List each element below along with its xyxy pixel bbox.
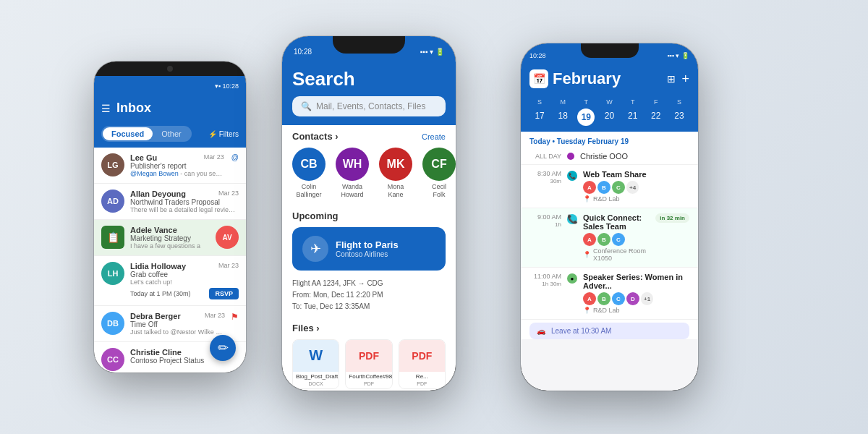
email-item-lidia[interactable]: LH Lidia Holloway Mar 23 Grab coffee Let… <box>94 256 246 306</box>
quick-connect-header: Quick Connect: Sales Team <box>583 213 650 231</box>
extra-attendees-web: +4 <box>626 181 639 194</box>
email-item-lee-gu[interactable]: LG Lee Gu Mar 23 Publisher's report @Meg… <box>94 148 246 184</box>
day-fri: F <box>644 98 668 106</box>
search-header: Search 🔍 Mail, Events, Contacts, Files <box>282 62 456 125</box>
status-icons-right: ▪▪▪ ▾ 🔋 <box>667 52 689 59</box>
preview-lee-gu: @Megan Bowen - can you send me the lates… <box>130 170 224 177</box>
event-web-team[interactable]: 8:30 AM30m 📞 Web Team Share A B C +4 📍R&… <box>521 165 698 208</box>
search-placeholder-text: Mail, Events, Contacts, Files <box>316 101 425 111</box>
email-item-allan[interactable]: AD Allan Deyoung Mar 23 Northwind Trader… <box>94 184 246 220</box>
date-allan: Mar 23 <box>218 190 239 197</box>
date-19-today[interactable]: 19 <box>577 109 595 126</box>
email-content-adele: Adele Vance Marketing Strategy I have a … <box>130 226 210 250</box>
preview-allan: There will be a detailed legal review of… <box>130 206 239 213</box>
subject-debra: Time Off <box>130 320 225 328</box>
phone-right: 10:28 ▪▪▪ ▾ 🔋 📅 February ⊞ + S M T W T F <box>521 43 698 391</box>
calendar-header: 📅 February ⊞ + <box>521 65 698 95</box>
contact-wanda[interactable]: WH WandaHoward <box>336 148 369 199</box>
in-32-badge: in 32 min <box>655 213 689 223</box>
menu-icon[interactable]: ☰ <box>101 103 111 114</box>
contacts-row: CB ColinBallinger WH WandaHoward MK Mona… <box>282 145 456 205</box>
other-tab[interactable]: Other <box>153 127 190 140</box>
search-title: Search <box>292 68 446 90</box>
files-title: Files › <box>292 323 320 333</box>
calendar-grid: S M T W T F S 17 18 19 20 21 22 23 <box>521 95 698 132</box>
flight-details: Flight AA 1234, JFK → CDG From: Mon, Dec… <box>282 273 456 317</box>
event-speaker-series[interactable]: 11:00 AM1h 30m ● Speaker Series: Women i… <box>521 268 698 320</box>
event-row: Today at 1 PM (30m) RSVP <box>130 288 239 299</box>
days-header: S M T W T F S <box>528 98 691 106</box>
flight-card[interactable]: ✈ Flight to Paris Contoso Airlines <box>292 227 446 271</box>
create-action[interactable]: Create <box>422 132 446 141</box>
contact-mona[interactable]: MK MonaKane <box>379 148 412 199</box>
focused-tab[interactable]: Focused <box>103 127 153 140</box>
file-name-blog: Blog_Post_Draft <box>293 372 339 381</box>
flag-icon: ⚑ <box>231 312 239 336</box>
today-header: Today • Tuesday February 19 <box>521 132 698 148</box>
upcoming-section-header: Upcoming <box>282 205 456 224</box>
calendar-icon: 📅 <box>529 69 548 88</box>
date-17[interactable]: 17 <box>528 109 551 126</box>
file-fourthcoffee[interactable]: PDF FourthCoffee#987 PDF <box>345 339 392 389</box>
avatar-mona: MK <box>379 148 412 181</box>
name-wanda: WandaHoward <box>341 183 363 199</box>
email-content-allan: Allan Deyoung Mar 23 Northwind Traders P… <box>130 190 239 213</box>
avatar-cecil: CF <box>422 148 456 181</box>
inbox-title: Inbox <box>116 101 239 116</box>
status-icons-center: ▪▪▪ ▾ 🔋 <box>420 48 444 56</box>
event-icon-adele: 📋 <box>101 226 124 249</box>
allday-event[interactable]: ALL DAY Christie OOO <box>521 148 698 165</box>
time-right: 10:28 <box>529 52 546 59</box>
preview-debra: Just talked to @Nestor Wilke and he will… <box>130 328 225 336</box>
upcoming-title: Upcoming <box>292 210 339 221</box>
inbox-tabs: Focused Other ⚡ Filters <box>94 123 246 148</box>
contacts-title: Contacts › <box>292 131 339 142</box>
grid-view-button[interactable]: ⊞ <box>667 73 676 85</box>
contact-cecil[interactable]: CF CecilFolk <box>422 148 456 199</box>
name-colin: ColinBallinger <box>296 183 321 199</box>
subject-adele: Marketing Strategy <box>130 234 210 242</box>
leave-text: Leave at 10:30 AM <box>551 327 611 335</box>
date-21[interactable]: 21 <box>621 109 644 126</box>
date-18[interactable]: 18 <box>551 109 574 126</box>
avatar-debra: DB <box>101 312 124 335</box>
avatar-colin: CB <box>292 148 326 181</box>
flight-info: Flight to Paris Contoso Airlines <box>336 239 435 258</box>
month-title: February <box>553 69 621 88</box>
attendees-quick-connect: A B C <box>583 233 650 246</box>
extra-attendees-speaker: +1 <box>641 292 653 305</box>
android-top-bar <box>94 61 246 76</box>
search-bar[interactable]: 🔍 Mail, Events, Contacts, Files <box>292 96 446 116</box>
email-content-lee-gu: Lee Gu Mar 23 Publisher's report @Megan … <box>130 153 224 177</box>
dot-quick-connect: 📞 <box>567 214 577 224</box>
add-event-button[interactable]: + <box>681 72 689 87</box>
location-web-team: 📍R&D Lab <box>583 195 689 203</box>
compose-fab[interactable]: ✏ <box>210 335 236 361</box>
subject-lee-gu: Publisher's report <box>130 162 224 170</box>
time-quick-connect: 9:00 AM1h <box>529 213 561 228</box>
details-quick-connect: Quick Connect: Sales Team A B C 📍Confere… <box>583 213 650 262</box>
date-20[interactable]: 20 <box>597 109 621 126</box>
file-name-re: Re... <box>399 372 445 381</box>
name-speaker: Speaker Series: Women in Adver... <box>583 273 689 290</box>
file-type-re: PDF <box>399 381 445 388</box>
sender-allan: Allan Deyoung <box>130 190 186 198</box>
attendees-web-team: A B C +4 <box>583 181 689 194</box>
attendees-speaker: A B C D +1 <box>583 292 689 305</box>
phone-left: ▾▪ 10:28 ☰ Inbox Focused Other ⚡ Filters… <box>94 61 246 373</box>
email-item-adele[interactable]: 📋 Adele Vance Marketing Strategy I have … <box>94 220 246 256</box>
event-quick-connect[interactable]: 9:00 AM1h 📞 Quick Connect: Sales Team A … <box>521 208 698 268</box>
filters-button[interactable]: ⚡ Filters <box>208 130 239 138</box>
date-23[interactable]: 23 <box>668 109 691 126</box>
sender-lidia: Lidia Holloway <box>130 262 186 271</box>
file-re[interactable]: PDF Re... PDF <box>399 339 446 389</box>
date-22[interactable]: 22 <box>644 109 668 126</box>
time-center: 10:28 <box>294 48 312 56</box>
avatar-wanda: WH <box>336 148 369 181</box>
name-cecil: CecilFolk <box>432 183 446 199</box>
contact-colin[interactable]: CB ColinBallinger <box>292 148 326 199</box>
name-mona: MonaKane <box>388 183 404 199</box>
rsvp-button[interactable]: RSVP <box>209 288 239 299</box>
file-blog-post[interactable]: W Blog_Post_Draft DOCX <box>292 339 339 389</box>
leave-banner: 🚗 Leave at 10:30 AM <box>529 323 689 339</box>
